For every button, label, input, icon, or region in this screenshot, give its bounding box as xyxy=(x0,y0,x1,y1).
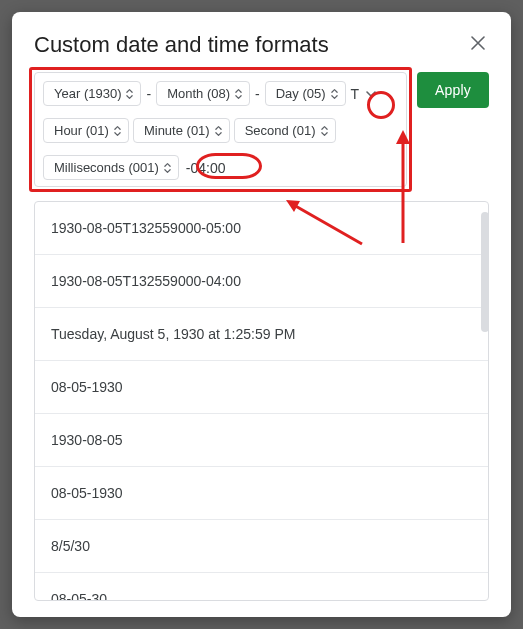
format-option[interactable]: 08-05-1930 xyxy=(35,361,488,414)
format-token-box[interactable]: Year (1930) - Month (08) - Day (05) T Ho… xyxy=(34,72,407,187)
separator-dash: - xyxy=(254,86,261,102)
token-label: Second (01) xyxy=(245,123,316,138)
format-option[interactable]: Tuesday, August 5, 1930 at 1:25:59 PM xyxy=(35,308,488,361)
chevron-updown-icon xyxy=(163,161,172,175)
dialog-header: Custom date and time formats xyxy=(34,32,489,58)
custom-date-time-dialog: Custom date and time formats Year (1930)… xyxy=(12,12,511,617)
token-milliseconds[interactable]: Milliseconds (001) xyxy=(43,155,179,180)
close-icon xyxy=(471,36,485,50)
timezone-text-input[interactable] xyxy=(183,158,237,178)
apply-button[interactable]: Apply xyxy=(417,72,489,108)
format-option[interactable]: 8/5/30 xyxy=(35,520,488,573)
chevron-updown-icon xyxy=(125,87,134,101)
token-minute[interactable]: Minute (01) xyxy=(133,118,230,143)
token-day[interactable]: Day (05) xyxy=(265,81,346,106)
format-option[interactable]: 1930-08-05 xyxy=(35,414,488,467)
format-option[interactable]: 08-05-1930 xyxy=(35,467,488,520)
chevron-updown-icon xyxy=(113,124,122,138)
separator-dash: - xyxy=(145,86,152,102)
chevron-updown-icon xyxy=(320,124,329,138)
token-label: Hour (01) xyxy=(54,123,109,138)
dialog-title: Custom date and time formats xyxy=(34,32,329,58)
chevron-updown-icon xyxy=(214,124,223,138)
scrollbar-thumb[interactable] xyxy=(481,212,489,332)
chevron-down-icon[interactable] xyxy=(364,87,378,101)
token-year[interactable]: Year (1930) xyxy=(43,81,141,106)
token-label: Year (1930) xyxy=(54,86,121,101)
format-options-list: 1930-08-05T132559000-05:00 1930-08-05T13… xyxy=(34,201,489,601)
format-option[interactable]: 1930-08-05T132559000-05:00 xyxy=(35,202,488,255)
format-builder-row: Year (1930) - Month (08) - Day (05) T Ho… xyxy=(34,72,489,187)
separator-T: T xyxy=(350,86,361,102)
chevron-updown-icon xyxy=(330,87,339,101)
token-hour[interactable]: Hour (01) xyxy=(43,118,129,143)
token-second[interactable]: Second (01) xyxy=(234,118,336,143)
format-option[interactable]: 1930-08-05T132559000-04:00 xyxy=(35,255,488,308)
format-option[interactable]: 08-05-30 xyxy=(35,573,488,601)
chevron-updown-icon xyxy=(234,87,243,101)
token-label: Day (05) xyxy=(276,86,326,101)
token-label: Minute (01) xyxy=(144,123,210,138)
token-label: Month (08) xyxy=(167,86,230,101)
token-label: Milliseconds (001) xyxy=(54,160,159,175)
token-month[interactable]: Month (08) xyxy=(156,81,250,106)
close-button[interactable] xyxy=(467,32,489,57)
